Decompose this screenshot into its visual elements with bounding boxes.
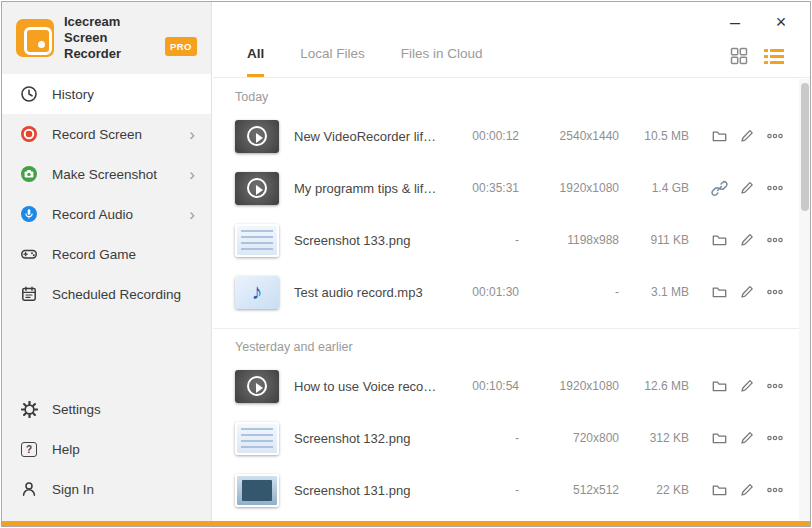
file-row[interactable]: Screenshot 133.png - 1198x988 911 KB bbox=[213, 214, 799, 266]
sidebar-item-record-audio[interactable]: Record Audio › bbox=[2, 194, 211, 234]
record-screen-icon bbox=[19, 124, 39, 144]
sidebar-item-sign-in[interactable]: Sign In bbox=[2, 469, 211, 509]
audio-thumbnail[interactable]: ♪ bbox=[235, 276, 279, 309]
schedule-calendar-icon bbox=[19, 284, 39, 304]
scrollbar-track[interactable] bbox=[799, 79, 810, 521]
user-icon bbox=[19, 479, 39, 499]
minimize-button[interactable]: – bbox=[724, 10, 746, 34]
tab-local-files[interactable]: Local Files bbox=[300, 33, 365, 77]
more-options-button[interactable] bbox=[761, 122, 789, 150]
pro-badge: PRO bbox=[165, 37, 197, 56]
gamepad-icon bbox=[19, 244, 39, 264]
brand-name-line2: Screen Recorder bbox=[64, 30, 159, 62]
file-duration: 00:01:30 bbox=[445, 285, 519, 299]
screenshot-thumbnail[interactable] bbox=[235, 224, 279, 257]
rename-button[interactable] bbox=[733, 122, 761, 150]
more-options-button[interactable] bbox=[761, 372, 789, 400]
file-row[interactable]: How to use Voice recorder.mp4 00:10:54 1… bbox=[213, 360, 799, 412]
sidebar-item-help[interactable]: ? Help bbox=[2, 429, 211, 469]
app-logo-icon bbox=[16, 19, 54, 57]
file-name: Screenshot 131.png bbox=[294, 483, 445, 498]
file-resolution: 2540x1440 bbox=[519, 129, 619, 143]
play-icon bbox=[247, 178, 267, 198]
rename-button[interactable] bbox=[733, 476, 761, 504]
file-resolution: 1920x1080 bbox=[519, 181, 619, 195]
window-controls: – × bbox=[724, 10, 792, 34]
scrollbar-thumb[interactable] bbox=[801, 83, 809, 211]
file-row[interactable]: Screenshot 131.png - 512x512 22 KB bbox=[213, 464, 799, 516]
sidebar-item-label: Record Screen bbox=[52, 127, 142, 142]
rename-button[interactable] bbox=[733, 372, 761, 400]
more-options-button[interactable] bbox=[761, 226, 789, 254]
play-icon bbox=[247, 126, 267, 146]
file-duration: 00:10:54 bbox=[445, 379, 519, 393]
sidebar-item-scheduled-recording[interactable]: Scheduled Recording bbox=[2, 274, 211, 314]
main-panel: – × All Local Files Files in Cloud Today bbox=[213, 2, 810, 521]
more-options-button[interactable] bbox=[761, 476, 789, 504]
file-duration: 00:35:31 bbox=[445, 181, 519, 195]
tab-all[interactable]: All bbox=[247, 33, 264, 77]
history-clock-icon bbox=[19, 84, 39, 104]
section-title-yesterday: Yesterday and earlier bbox=[213, 329, 799, 360]
sidebar-item-record-game[interactable]: Record Game bbox=[2, 234, 211, 274]
file-size: 911 KB bbox=[619, 233, 689, 247]
sidebar-item-record-screen[interactable]: Record Screen › bbox=[2, 114, 211, 154]
more-options-button[interactable] bbox=[761, 424, 789, 452]
more-options-button[interactable] bbox=[761, 174, 789, 202]
file-name: Screenshot 132.png bbox=[294, 431, 445, 446]
grid-view-button[interactable] bbox=[730, 47, 748, 65]
bottom-accent-bar bbox=[2, 521, 810, 526]
file-size: 3.1 MB bbox=[619, 285, 689, 299]
screenshot-thumbnail[interactable] bbox=[235, 422, 279, 455]
sidebar-item-settings[interactable]: Settings bbox=[2, 389, 211, 429]
file-name: How to use Voice recorder.mp4 bbox=[294, 379, 445, 394]
rename-button[interactable] bbox=[733, 226, 761, 254]
file-size: 22 KB bbox=[619, 483, 689, 497]
topbar: – × All Local Files Files in Cloud bbox=[213, 2, 810, 78]
chevron-right-icon: › bbox=[189, 206, 201, 223]
video-thumbnail[interactable] bbox=[235, 120, 279, 153]
sidebar-item-label: Settings bbox=[52, 402, 101, 417]
chevron-right-icon: › bbox=[189, 166, 201, 183]
sidebar-item-label: Sign In bbox=[52, 482, 94, 497]
video-thumbnail[interactable] bbox=[235, 370, 279, 403]
open-folder-button[interactable] bbox=[705, 122, 733, 150]
open-folder-button[interactable] bbox=[705, 424, 733, 452]
more-options-button[interactable] bbox=[761, 278, 789, 306]
sidebar-item-make-screenshot[interactable]: Make Screenshot › bbox=[2, 154, 211, 194]
rename-button[interactable] bbox=[733, 424, 761, 452]
file-resolution: - bbox=[519, 285, 619, 299]
file-name: Screenshot 133.png bbox=[294, 233, 445, 248]
file-size: 312 KB bbox=[619, 431, 689, 445]
file-duration: - bbox=[445, 483, 519, 497]
sidebar-item-history[interactable]: History bbox=[2, 74, 211, 114]
open-folder-button[interactable] bbox=[705, 226, 733, 254]
chevron-right-icon: › bbox=[189, 126, 201, 143]
open-folder-button[interactable] bbox=[705, 476, 733, 504]
file-duration: - bbox=[445, 233, 519, 247]
gear-icon bbox=[19, 399, 39, 419]
file-name: New VideoRecorder lifehacks.mp4 bbox=[294, 129, 445, 144]
app-window: Icecream Screen Recorder PRO History Rec… bbox=[1, 1, 811, 527]
open-folder-button[interactable] bbox=[705, 278, 733, 306]
list-view-button[interactable] bbox=[764, 47, 784, 65]
tab-files-in-cloud[interactable]: Files in Cloud bbox=[401, 33, 483, 77]
microphone-icon bbox=[19, 204, 39, 224]
rename-button[interactable] bbox=[733, 174, 761, 202]
close-button[interactable]: × bbox=[770, 10, 792, 34]
open-folder-button[interactable] bbox=[705, 372, 733, 400]
file-row[interactable]: Screenshot 132.png - 720x800 312 KB bbox=[213, 412, 799, 464]
rename-button[interactable] bbox=[733, 278, 761, 306]
file-row[interactable]: ♪ Test audio record.mp3 00:01:30 - 3.1 M… bbox=[213, 266, 799, 318]
view-toggles bbox=[730, 47, 784, 65]
file-size: 10.5 MB bbox=[619, 129, 689, 143]
screenshot-thumbnail[interactable] bbox=[235, 474, 279, 507]
sidebar-item-label: Record Game bbox=[52, 247, 136, 262]
sidebar-item-label: Make Screenshot bbox=[52, 167, 157, 182]
video-thumbnail[interactable] bbox=[235, 172, 279, 205]
copy-link-button[interactable] bbox=[705, 174, 733, 202]
play-icon bbox=[247, 376, 267, 396]
sidebar-footer: Settings ? Help Sign In bbox=[2, 389, 211, 509]
file-row[interactable]: New VideoRecorder lifehacks.mp4 00:00:12… bbox=[213, 110, 799, 162]
file-row[interactable]: My programm tips & lifehacks.mp4 00:35:3… bbox=[213, 162, 799, 214]
